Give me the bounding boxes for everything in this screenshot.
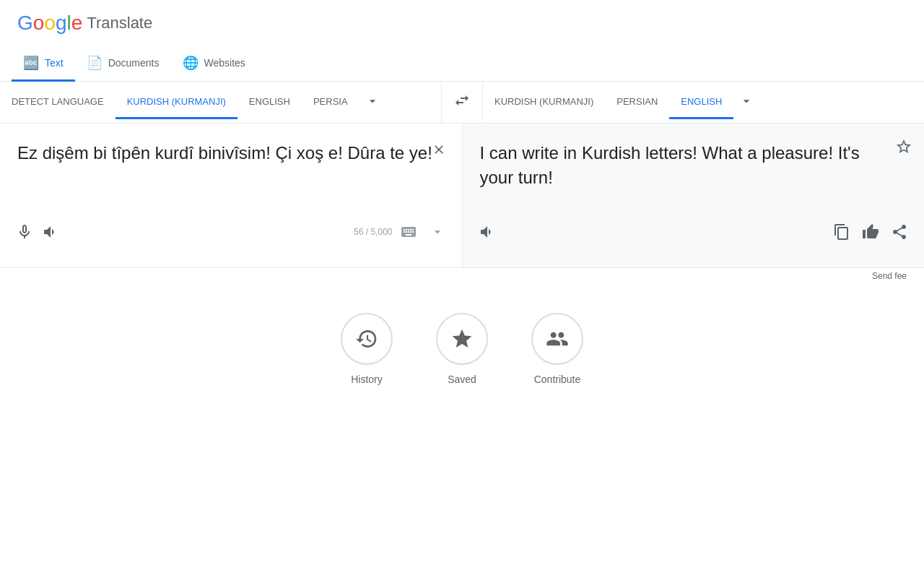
tab-text-label: Text <box>45 57 64 69</box>
kurdish-kurmanji-source-btn[interactable]: KURDISH (KURMANJI) <box>116 86 237 119</box>
english-source-btn[interactable]: ENGLISH <box>237 86 302 119</box>
translated-text: I can write in Kurdish letters! What a p… <box>463 124 925 210</box>
english-target-btn[interactable]: ENGLISH <box>669 86 733 119</box>
contribute-circle <box>531 313 583 365</box>
copy-translation-button[interactable] <box>829 219 855 245</box>
logo-o1: o <box>33 12 45 34</box>
persian-source-btn[interactable]: PERSIA <box>302 86 359 119</box>
globe-icon: 🌐 <box>183 55 199 71</box>
contribute-label: Contribute <box>534 374 581 385</box>
tab-text[interactable]: 🔤 Text <box>12 46 75 82</box>
header: Google Translate <box>0 0 924 46</box>
source-lang-section: DETECT LANGUAGE KURDISH (KURMANJI) ENGLI… <box>0 84 441 121</box>
bottom-icons-row: History Saved Contribute <box>341 313 583 385</box>
send-feedback-link[interactable]: Send fee <box>0 268 924 284</box>
contribute-item[interactable]: Contribute <box>531 313 583 385</box>
mic-button[interactable] <box>12 219 38 245</box>
saved-circle <box>436 313 488 365</box>
google-translate-logo[interactable]: Google Translate <box>17 12 152 35</box>
tab-websites[interactable]: 🌐 Websites <box>171 46 257 82</box>
logo-g: G <box>17 12 33 34</box>
share-translation-button[interactable] <box>886 219 912 245</box>
target-lang-section: KURDISH (KURMANJI) PERSIAN ENGLISH <box>483 84 924 121</box>
target-actions <box>829 219 912 245</box>
translate-icon: 🔤 <box>23 55 39 71</box>
logo-o2: o <box>44 12 56 34</box>
tab-websites-label: Websites <box>204 57 245 69</box>
saved-item[interactable]: Saved <box>436 313 488 385</box>
rate-translation-button[interactable] <box>858 219 884 245</box>
source-more-languages-btn[interactable] <box>359 84 385 121</box>
history-item[interactable]: History <box>341 313 393 385</box>
clear-button[interactable] <box>427 138 450 161</box>
target-panel: I can write in Kurdish letters! What a p… <box>463 124 925 267</box>
kurdish-kurmanji-target-btn[interactable]: KURDISH (KURMANJI) <box>483 86 605 119</box>
detect-language-btn[interactable]: DETECT LANGUAGE <box>0 86 116 119</box>
bottom-section: History Saved Contribute <box>0 284 924 414</box>
target-more-languages-btn[interactable] <box>733 84 759 121</box>
history-circle <box>341 313 393 365</box>
language-bar: DETECT LANGUAGE KURDISH (KURMANJI) ENGLI… <box>0 82 924 124</box>
logo-text: Google <box>17 12 82 35</box>
char-count: 56 / 5,000 <box>354 227 392 237</box>
history-label: History <box>351 374 383 385</box>
keyboard-expand-btn[interactable] <box>424 219 450 245</box>
source-listen-button[interactable] <box>38 219 64 245</box>
save-translation-button[interactable] <box>895 138 912 159</box>
saved-label: Saved <box>448 374 476 385</box>
document-icon: 📄 <box>87 55 103 71</box>
source-text[interactable]: Ez dişêm bi tîpên kurdî binivîsim! Çi xo… <box>0 124 462 210</box>
tab-documents[interactable]: 📄 Documents <box>75 46 171 82</box>
source-panel: Ez dişêm bi tîpên kurdî binivîsim! Çi xo… <box>0 124 463 267</box>
persian-target-btn[interactable]: PERSIAN <box>605 86 669 119</box>
logo-e: e <box>71 12 83 34</box>
source-toolbar: 56 / 5,000 <box>0 210 462 254</box>
source-keyboard-area: 56 / 5,000 <box>354 219 450 245</box>
logo-g2: g <box>56 12 67 34</box>
translation-panels: Ez dişêm bi tîpên kurdî binivîsim! Çi xo… <box>0 124 924 268</box>
target-toolbar <box>463 210 925 254</box>
logo-translate-text: Translate <box>87 14 152 33</box>
tab-documents-label: Documents <box>108 57 160 69</box>
tabs-bar: 🔤 Text 📄 Documents 🌐 Websites <box>0 46 924 82</box>
keyboard-button[interactable] <box>396 219 422 245</box>
swap-languages-btn[interactable] <box>441 82 483 123</box>
target-listen-button[interactable] <box>474 219 500 245</box>
